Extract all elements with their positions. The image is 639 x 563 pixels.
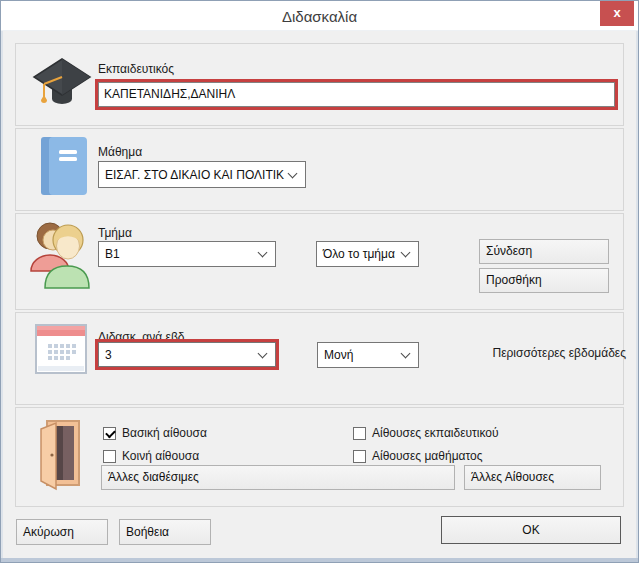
teacher-input[interactable]: ΚΑΠΕΤΑΝΙΔΗΣ,ΔΑΝΙΗΛ bbox=[98, 82, 615, 107]
class-select-value: B1 bbox=[105, 247, 120, 261]
help-button[interactable]: Βοήθεια bbox=[119, 519, 211, 545]
class-select[interactable]: B1 bbox=[98, 241, 276, 267]
basic-room-checkbox[interactable] bbox=[103, 427, 116, 440]
teaching-dialog: Διδασκαλία x Εκπαιδευτικός ΚΑΠΕΤΑΝΙΔΗΣ,Δ… bbox=[0, 0, 639, 563]
teacher-field-highlight: ΚΑΠΕΤΑΝΙΔΗΣ,ΔΑΝΙΗΛ bbox=[95, 79, 618, 110]
cancel-button[interactable]: Ακύρωση bbox=[16, 519, 108, 545]
subject-label: Μάθημα bbox=[98, 145, 142, 159]
periods-value: 3 bbox=[105, 347, 112, 361]
subject-rooms-label: Αίθουσες μαθήματος bbox=[372, 449, 483, 463]
class-scope-value: Όλο το τμήμα bbox=[323, 247, 395, 261]
other-rooms-button[interactable]: Άλλες Αίθουσες bbox=[464, 465, 601, 490]
teacher-rooms-label: Αίθουσες εκπαιδευτικού bbox=[372, 426, 499, 440]
more-weeks-link[interactable]: Περισσότερες εβδομάδες bbox=[481, 346, 626, 360]
chevron-down-icon bbox=[288, 168, 298, 178]
add-button[interactable]: Προσθήκη bbox=[479, 268, 609, 293]
week-type-select[interactable]: Μονή bbox=[317, 342, 419, 368]
graduation-cap-icon bbox=[31, 57, 93, 115]
subject-rooms-checkbox[interactable] bbox=[353, 450, 366, 463]
book-icon bbox=[41, 137, 87, 195]
shared-room-checkbox[interactable] bbox=[103, 450, 116, 463]
basic-room-label: Βασική αίθουσα bbox=[122, 426, 207, 440]
week-type-value: Μονή bbox=[324, 348, 353, 362]
shared-room-label: Κοινή αίθουσα bbox=[122, 449, 199, 463]
subject-select-value: ΕΙΣΑΓ. ΣΤΟ ΔΙΚΑΙΟ ΚΑΙ ΠΟΛΙΤΙΚ bbox=[105, 167, 284, 181]
subject-select[interactable]: ΕΙΣΑΓ. ΣΤΟ ΔΙΚΑΙΟ ΚΑΙ ΠΟΛΙΤΙΚ bbox=[98, 161, 306, 188]
chevron-down-icon bbox=[258, 248, 268, 258]
class-label: Τμήμα bbox=[98, 226, 132, 240]
calendar-icon bbox=[33, 321, 89, 379]
door-icon bbox=[35, 415, 85, 495]
class-scope-select[interactable]: Όλο το τμήμα bbox=[316, 241, 419, 267]
connect-button[interactable]: Σύνδεση bbox=[479, 239, 609, 264]
close-icon[interactable]: x bbox=[600, 1, 634, 26]
teacher-rooms-checkbox[interactable] bbox=[353, 427, 366, 440]
ok-button[interactable]: OK bbox=[441, 516, 621, 544]
students-icon bbox=[28, 220, 94, 290]
titlebar[interactable]: Διδασκαλία bbox=[1, 1, 638, 31]
teacher-label: Εκπαιδευτικός bbox=[98, 62, 174, 76]
chevron-down-icon bbox=[258, 348, 268, 358]
dialog-title: Διδασκαλία bbox=[1, 1, 638, 31]
periods-select[interactable]: 3 bbox=[98, 342, 276, 367]
periods-highlight: 3 bbox=[95, 339, 279, 370]
chevron-down-icon bbox=[401, 248, 411, 258]
other-available-button[interactable]: Άλλες διαθέσιμες bbox=[101, 465, 455, 490]
chevron-down-icon bbox=[401, 349, 411, 359]
